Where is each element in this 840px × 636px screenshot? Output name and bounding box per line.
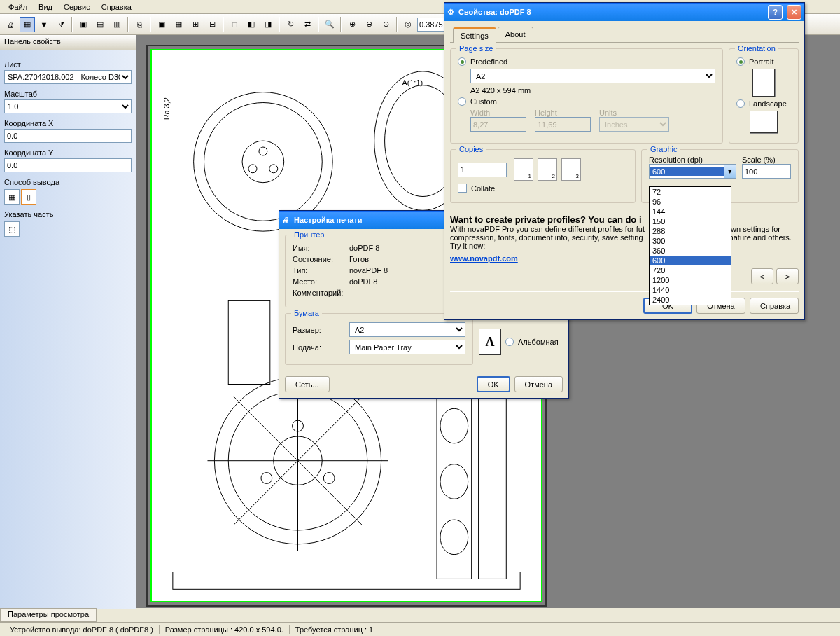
- chevron-down-icon[interactable]: ▾: [724, 165, 736, 178]
- resolution-select[interactable]: 600 ▾: [649, 164, 736, 179]
- tool3-icon[interactable]: ▥: [109, 17, 125, 32]
- svg-rect-19: [437, 385, 472, 579]
- collate-checkbox[interactable]: [458, 184, 467, 193]
- predefined-select[interactable]: A2: [470, 69, 715, 83]
- landscape-radio[interactable]: [505, 338, 514, 346]
- properties-panel: Панель свойств Лист SPA.27042018.002 - К…: [0, 35, 136, 609]
- resolution-dropdown[interactable]: 72 96 144 150 288 300 360 600 720 1200 1…: [649, 186, 732, 305]
- custom-radio[interactable]: [458, 97, 466, 106]
- view-params-tab[interactable]: Параметры просмотра: [0, 608, 97, 622]
- dpi-opt-150[interactable]: 150: [650, 216, 731, 226]
- tab-settings[interactable]: Settings: [453, 27, 496, 43]
- promo-text3: Try it now:: [450, 242, 799, 250]
- dopdf-title: Свойства: doPDF 8: [458, 8, 764, 16]
- graphic-scale-input[interactable]: [742, 164, 791, 179]
- output-mode2-icon[interactable]: ▯: [21, 189, 36, 205]
- output-mode1-icon[interactable]: ▦: [4, 189, 20, 205]
- landscape-radio2[interactable]: [736, 99, 745, 108]
- dpi-opt-300[interactable]: 300: [650, 236, 731, 246]
- printer-type-label: Тип:: [293, 266, 345, 275]
- print-ok-button[interactable]: OK: [477, 376, 510, 392]
- magnify-icon[interactable]: 🔍: [322, 17, 337, 32]
- paper-source-select[interactable]: Main Paper Tray: [349, 340, 465, 354]
- close-titlebar-button[interactable]: ✕: [787, 5, 802, 20]
- tool2-icon[interactable]: ▤: [92, 17, 108, 32]
- graphic-scale-label: Scale (%): [742, 155, 791, 164]
- menu-service[interactable]: Сервис: [58, 1, 96, 13]
- fit-icon[interactable]: ▣: [154, 17, 169, 32]
- dpi-opt-288[interactable]: 288: [650, 226, 731, 236]
- layout2-icon[interactable]: ◧: [244, 17, 259, 32]
- layout-icon[interactable]: □: [227, 17, 242, 32]
- dpi-opt-72[interactable]: 72: [650, 187, 731, 197]
- dopdf-titlebar[interactable]: ⚙ Свойства: doPDF 8 ? ✕: [444, 3, 804, 21]
- dpi-opt-1200[interactable]: 1200: [650, 275, 731, 285]
- copy-stack-icon3: 3: [561, 158, 581, 181]
- funnel-icon[interactable]: ⧩: [53, 17, 69, 32]
- dpi-opt-144[interactable]: 144: [650, 207, 731, 216]
- fit2-icon[interactable]: ▦: [171, 17, 186, 32]
- help-titlebar-button[interactable]: ?: [768, 5, 783, 20]
- copies-input[interactable]: [458, 163, 507, 177]
- status-pages: Требуется страниц : 1: [290, 625, 379, 634]
- dpi-opt-96[interactable]: 96: [650, 197, 731, 207]
- status-pagesize: Размер страницы : 420.0 x 594.0.: [160, 625, 290, 634]
- menu-view[interactable]: Вид: [33, 1, 58, 13]
- promo-link[interactable]: www.novapdf.com: [450, 254, 518, 263]
- layout3-icon[interactable]: ◨: [260, 17, 276, 32]
- next-button[interactable]: >: [776, 268, 799, 284]
- sheet-select[interactable]: SPA.27042018.002 - Колесо D30: [4, 70, 132, 84]
- dopdf-properties-dialog: ⚙ Свойства: doPDF 8 ? ✕ Settings About P…: [444, 2, 805, 320]
- sheet-label: Лист: [4, 60, 132, 69]
- menu-file[interactable]: Файл: [3, 1, 33, 13]
- predefined-desc: A2 420 x 594 mm: [470, 86, 531, 95]
- svg-rect-20: [479, 385, 507, 579]
- tab-about[interactable]: About: [498, 27, 533, 42]
- dpi-opt-600[interactable]: 600: [650, 256, 731, 265]
- paper-legend: Бумага: [291, 309, 322, 317]
- menu-help[interactable]: Справка: [96, 1, 137, 13]
- print-icon[interactable]: 🖨: [3, 17, 18, 32]
- dpi-opt-2400[interactable]: 2400: [650, 295, 731, 305]
- pagesize-legend: Page size: [456, 44, 496, 53]
- coord-y-label: Координата Y: [4, 148, 132, 157]
- toggle-icon[interactable]: ▦: [20, 17, 35, 32]
- dpi-opt-1440[interactable]: 1440: [650, 285, 731, 295]
- predefined-radio[interactable]: [458, 57, 466, 66]
- landscape-icon: [750, 111, 778, 133]
- rotate-icon[interactable]: ↻: [283, 17, 298, 32]
- predefined-label: Predefined: [470, 57, 507, 66]
- output-label: Способ вывода: [4, 178, 132, 186]
- dpi-opt-720[interactable]: 720: [650, 265, 731, 275]
- dpi-opt-360[interactable]: 360: [650, 246, 731, 256]
- paper-size-select[interactable]: A2: [349, 322, 465, 337]
- grid-icon[interactable]: ⊞: [188, 17, 203, 32]
- status-device: Устройство вывода: doPDF 8 ( doPDF8 ): [4, 625, 160, 634]
- printer-comment-label: Комментарий:: [293, 289, 345, 297]
- select-part-icon[interactable]: ⬚: [4, 221, 20, 237]
- zoom-fit-icon[interactable]: ⊙: [378, 17, 393, 32]
- scale-select[interactable]: 1.0: [4, 99, 132, 113]
- height-input: [535, 117, 591, 132]
- printer-status-label: Состояние:: [293, 255, 345, 263]
- dopdf-help-button[interactable]: Справка: [750, 298, 799, 314]
- grid2-icon[interactable]: ⊟: [204, 17, 220, 32]
- coord-x-input[interactable]: [4, 129, 132, 143]
- tool-icon[interactable]: ▣: [76, 17, 91, 32]
- zoom-in-icon[interactable]: ⊕: [344, 17, 360, 32]
- zoom-out-icon[interactable]: ⊖: [361, 17, 377, 32]
- print-cancel-button[interactable]: Отмена: [514, 376, 563, 392]
- paper-size-label: Размер:: [293, 326, 345, 334]
- svg-rect-18: [228, 300, 270, 384]
- network-button[interactable]: Сеть...: [285, 376, 330, 392]
- portrait-radio[interactable]: [736, 57, 745, 66]
- printer-name-label: Имя:: [293, 244, 345, 252]
- prev-button[interactable]: <: [751, 268, 774, 284]
- filter-icon[interactable]: ▼: [36, 17, 52, 32]
- flip-icon[interactable]: ⇄: [300, 17, 315, 32]
- promo-heading: Want to create private profiles? You can…: [450, 214, 799, 225]
- zoom-reset-icon[interactable]: ◎: [400, 17, 416, 32]
- copy-icon[interactable]: ⎘: [132, 17, 147, 32]
- coord-y-input[interactable]: [4, 158, 132, 172]
- svg-point-3: [259, 147, 267, 155]
